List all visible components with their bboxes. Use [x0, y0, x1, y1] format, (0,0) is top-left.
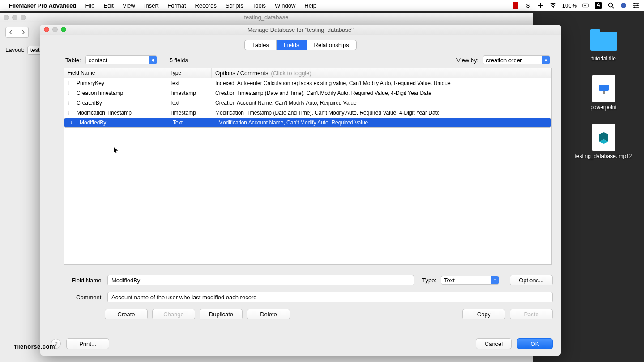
print-button[interactable]: Print...	[66, 338, 109, 349]
table-label: Table:	[65, 57, 81, 64]
menu-window[interactable]: Window	[270, 2, 300, 9]
menu-view[interactable]: View	[118, 2, 140, 9]
siri-icon[interactable]	[620, 2, 627, 9]
control-center-icon[interactable]	[632, 2, 640, 9]
table-select[interactable]: contact	[85, 55, 157, 64]
tab-fields[interactable]: Fields	[277, 40, 307, 50]
app-name[interactable]: FileMaker Pro Advanced	[9, 2, 77, 9]
cell-options: Modification Timestamp (Date and Time), …	[212, 110, 551, 116]
drag-handle-icon[interactable]: ⁞	[67, 120, 76, 126]
bg-zoom-button[interactable]	[21, 15, 26, 20]
table-row[interactable]: ⁞ModifiedByTextModification Account Name…	[64, 118, 551, 128]
tab-segment: Tables Fields Relationships	[244, 40, 356, 50]
cell-type: Text	[166, 80, 212, 86]
options-button[interactable]: Options...	[510, 275, 553, 285]
cancel-button[interactable]: Cancel	[476, 338, 512, 349]
dialog-minimize-button[interactable]	[52, 27, 58, 32]
battery-icon[interactable]	[582, 2, 589, 9]
delete-button[interactable]: Delete	[247, 309, 290, 319]
cell-type: Timestamp	[166, 110, 212, 116]
fields-table: Field Name Type Options / Comments(Click…	[64, 68, 552, 265]
desktop-item-label: powerpoint	[590, 104, 617, 111]
dialog-close-button[interactable]	[44, 27, 49, 32]
table-row[interactable]: ⁞PrimaryKeyTextIndexed, Auto-enter Calcu…	[64, 78, 551, 88]
menu-scripts[interactable]: Scripts	[221, 2, 248, 9]
view-by-label: View by:	[456, 57, 478, 64]
menubar-extra-icon[interactable]	[512, 2, 519, 9]
watermark: filehorse.com	[14, 335, 55, 352]
menu-tools[interactable]: Tools	[248, 2, 270, 9]
cell-type: Text	[166, 100, 212, 106]
folder-icon	[590, 32, 617, 51]
duplicate-button[interactable]: Duplicate	[200, 309, 243, 319]
menu-format[interactable]: Format	[163, 2, 190, 9]
desktop-item-testing-database[interactable]: testing_database.fmp12	[576, 124, 631, 160]
svg-rect-17	[601, 94, 607, 94]
svg-line-7	[612, 7, 614, 8]
bg-minimize-button[interactable]	[12, 15, 17, 20]
paste-button[interactable]: Paste	[510, 309, 553, 319]
col-options[interactable]: Options / Comments(Click to toggle)	[212, 68, 551, 78]
layout-label: Layout:	[5, 47, 25, 53]
menu-edit[interactable]: Edit	[99, 2, 118, 9]
spotlight-icon[interactable]	[607, 2, 614, 9]
drag-handle-icon[interactable]: ⁞	[64, 110, 73, 116]
field-name-input[interactable]	[107, 275, 414, 285]
drag-handle-icon[interactable]: ⁞	[64, 81, 73, 86]
type-label: Type:	[422, 277, 436, 284]
col-type[interactable]: Type	[166, 68, 212, 78]
col-field-name[interactable]: Field Name	[64, 68, 166, 78]
svg-point-12	[634, 3, 635, 4]
drag-handle-icon[interactable]: ⁞	[64, 90, 73, 96]
cell-options: Modification Account Name, Can't Modify …	[215, 119, 543, 126]
change-button[interactable]: Change	[152, 309, 195, 319]
copy-button[interactable]: Copy	[462, 309, 505, 319]
nav-back-button[interactable]	[5, 27, 17, 38]
desktop-icons: tutorial file powerpoint testing_databas…	[576, 27, 631, 160]
svg-rect-16	[603, 91, 605, 94]
create-button[interactable]: Create	[105, 309, 148, 319]
svg-point-6	[609, 3, 613, 7]
cell-field-name: CreatedBy	[73, 100, 166, 106]
table-row[interactable]: ⁞CreationTimestampTimestampCreation Time…	[64, 88, 551, 98]
bg-close-button[interactable]	[4, 15, 9, 20]
menu-help[interactable]: Help	[300, 2, 321, 9]
manage-database-dialog: Manage Database for "testing_database" T…	[40, 25, 561, 356]
view-by-select[interactable]: creation order	[483, 55, 550, 64]
battery-percentage: 100%	[562, 2, 577, 9]
ok-button[interactable]: OK	[517, 338, 553, 349]
comment-input[interactable]	[107, 292, 553, 302]
type-select[interactable]: Text	[441, 276, 499, 285]
table-row[interactable]: ⁞CreatedByTextCreation Account Name, Can…	[64, 98, 551, 108]
menu-file[interactable]: File	[81, 2, 99, 9]
svg-point-1	[553, 7, 554, 8]
keynote-file-icon	[592, 75, 615, 102]
svg-text:A: A	[597, 2, 601, 9]
cell-options: Indexed, Auto-enter Calculation replaces…	[212, 80, 551, 86]
field-name-label: Field Name:	[58, 277, 103, 284]
svg-point-8	[621, 3, 626, 8]
menu-records[interactable]: Records	[191, 2, 221, 9]
tab-tables[interactable]: Tables	[245, 40, 277, 50]
nav-forward-button[interactable]	[17, 27, 29, 38]
cell-field-name: ModifiedBy	[76, 119, 169, 126]
tab-relationships[interactable]: Relationships	[307, 40, 356, 50]
input-a-icon[interactable]: A	[595, 2, 602, 9]
desktop-item-label: testing_database.fmp12	[575, 153, 632, 160]
wifi-icon[interactable]	[550, 2, 557, 9]
cell-type: Timestamp	[166, 90, 212, 96]
desktop-item-label: tutorial file	[591, 55, 616, 62]
table-row[interactable]: ⁞ModificationTimestampTimestampModificat…	[64, 108, 551, 118]
desktop-item-powerpoint[interactable]: powerpoint	[576, 76, 631, 111]
cell-options: Creation Account Name, Can't Modify Auto…	[212, 100, 551, 106]
comment-label: Comment:	[58, 294, 103, 301]
menubar-plus-icon[interactable]	[537, 2, 544, 9]
cell-type: Text	[169, 119, 215, 126]
menubar-s-icon[interactable]: S	[525, 2, 532, 9]
drag-handle-icon[interactable]: ⁞	[64, 100, 73, 106]
cell-field-name: PrimaryKey	[73, 80, 166, 86]
svg-rect-3	[589, 4, 589, 6]
desktop-item-tutorial[interactable]: tutorial file	[576, 27, 631, 62]
menu-insert[interactable]: Insert	[140, 2, 163, 9]
dialog-zoom-button[interactable]	[61, 27, 66, 32]
